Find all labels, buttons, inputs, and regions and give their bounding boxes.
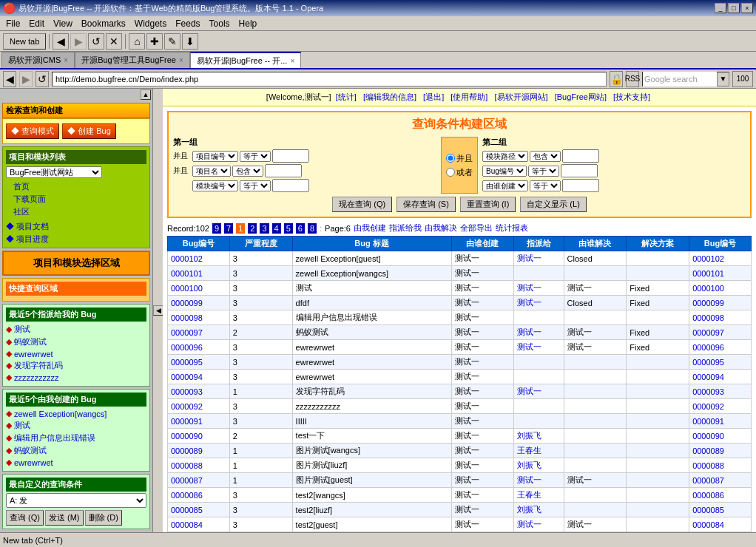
save-query-button[interactable]: 保存查询 (S): [396, 197, 456, 212]
bug-id-link[interactable]: 0000101: [171, 269, 203, 278]
assigned-link[interactable]: 王春生: [517, 490, 541, 499]
query-op-3a[interactable]: 等于: [240, 180, 271, 191]
bug-id-link[interactable]: 0000097: [171, 328, 203, 337]
assigned-link[interactable]: 刘振飞: [517, 431, 541, 440]
bugfree-site-link[interactable]: [BugFree网站]: [555, 92, 607, 101]
bug-id-link[interactable]: 0000095: [171, 358, 203, 367]
export-all-link[interactable]: 全部导出: [460, 222, 493, 234]
help-link[interactable]: [使用帮助]: [450, 92, 487, 101]
query-field-1b[interactable]: 模块路径: [482, 151, 528, 162]
query-op-2a[interactable]: 包含: [232, 166, 263, 177]
addr-forward-button[interactable]: ▶: [19, 71, 33, 87]
stats-report-link[interactable]: 统计报表: [496, 222, 528, 234]
project-link-community[interactable]: 社区: [6, 205, 146, 218]
query-val-2a[interactable]: [265, 164, 302, 177]
tab-bugfree-active[interactable]: 易软开源|BugFree -- 开... ×: [190, 52, 302, 68]
custom-display-button[interactable]: 自定义显示 (L): [520, 197, 587, 212]
close-button[interactable]: ×: [741, 3, 753, 13]
query-val-3b[interactable]: [562, 179, 599, 192]
yiruan-site-link[interactable]: [易软开源网站]: [494, 92, 547, 101]
bug-id-link[interactable]: 0000087: [171, 476, 203, 485]
recent-assigned-2[interactable]: ◆蚂蚁测试: [6, 336, 146, 348]
bug-id-link[interactable]: 0000084: [171, 520, 203, 529]
assigned-link[interactable]: 测试一: [517, 520, 541, 529]
query-op-1b[interactable]: 包含: [530, 151, 561, 162]
query-field-3a[interactable]: 模块编号: [192, 180, 238, 191]
project-dropdown[interactable]: BugFree测试网站: [6, 166, 102, 178]
reset-query-button[interactable]: 重置查询 (I): [460, 197, 516, 212]
query-op-1a[interactable]: 等于: [240, 151, 271, 162]
bug-id-link[interactable]: 0000091: [171, 417, 203, 426]
page-num-9[interactable]: 9: [212, 223, 221, 234]
page-num-7[interactable]: 7: [224, 223, 233, 234]
tab-cms-close[interactable]: ×: [64, 56, 68, 64]
recent-assigned-3[interactable]: ◆ewrewrwet: [6, 348, 146, 359]
stats-link[interactable]: [统计]: [336, 92, 357, 101]
query-field-1a[interactable]: 项目编号: [192, 151, 238, 162]
project-link-home[interactable]: 首页: [6, 180, 146, 193]
maximize-button[interactable]: □: [728, 3, 740, 13]
address-input[interactable]: http://demo.bugfree.cn/Demo/index.php: [52, 72, 607, 86]
project-docs-link[interactable]: ◆ 项目文档: [6, 221, 146, 232]
bug-id2-link[interactable]: 0000100: [692, 284, 724, 293]
bug-id-link[interactable]: 0000089: [171, 446, 203, 455]
search-input[interactable]: [643, 72, 717, 86]
project-progress-link[interactable]: ◆ 项目进度: [6, 234, 146, 245]
query-val-3a[interactable]: [272, 179, 309, 192]
menu-feeds[interactable]: Feeds: [171, 17, 204, 30]
bug-id-link[interactable]: 0000093: [171, 387, 203, 396]
bug-id2-link[interactable]: 0000099: [692, 299, 724, 308]
bug-id-link[interactable]: 0000090: [171, 432, 203, 441]
bug-id2-link[interactable]: 0000102: [692, 254, 724, 263]
new-tab-button[interactable]: New tab: [3, 33, 46, 50]
bug-id-link[interactable]: 0000092: [171, 402, 203, 411]
create-bug-button[interactable]: ◆ 创建 Bug: [62, 123, 116, 139]
query-val-1b[interactable]: [562, 149, 599, 163]
menu-help[interactable]: Help: [234, 17, 262, 30]
bug-id2-link[interactable]: 0000101: [692, 269, 724, 278]
bug-id2-link[interactable]: 0000088: [692, 461, 724, 470]
menu-view[interactable]: View: [49, 17, 77, 30]
assigned-link[interactable]: 测试一: [517, 342, 541, 351]
bug-id2-link[interactable]: 0000085: [692, 506, 724, 514]
bug-id-link[interactable]: 0000088: [171, 461, 203, 470]
recent-created-5[interactable]: ◆ewrewrwet: [6, 457, 146, 468]
page-num-3[interactable]: 3: [260, 223, 269, 234]
query-val-2b[interactable]: [561, 164, 598, 177]
tab-bugfree-active-close[interactable]: ×: [290, 57, 294, 65]
edit-info-link[interactable]: [编辑我的信息]: [363, 92, 416, 101]
custom-delete-button[interactable]: 删除 (D): [85, 510, 122, 526]
resolved-by-me-link[interactable]: 由我解决: [425, 222, 457, 234]
assigned-link[interactable]: 测试一: [517, 283, 541, 292]
back-button[interactable]: ◀: [53, 33, 69, 50]
recent-assigned-4[interactable]: ◆发现字符乱码: [6, 359, 146, 372]
page-num-1-current[interactable]: 1: [236, 223, 245, 234]
page-num-2[interactable]: 2: [248, 223, 257, 234]
bug-id-link[interactable]: 0000085: [171, 506, 203, 514]
query-field-2a[interactable]: 项目名: [192, 166, 231, 177]
page-num-6[interactable]: 6: [296, 223, 305, 234]
bug-id2-link[interactable]: 0000089: [692, 446, 724, 455]
my-created-link[interactable]: 由我创建: [354, 222, 386, 234]
forward-button[interactable]: ▶: [70, 33, 87, 50]
query-and-label[interactable]: 并且: [446, 153, 473, 164]
custom-send-button[interactable]: 发送 (M): [45, 510, 84, 526]
query-op-3b[interactable]: 等于: [530, 180, 561, 191]
custom-query-select[interactable]: A: 发: [6, 493, 146, 508]
tech-support-link[interactable]: [技术支持]: [613, 92, 650, 101]
assigned-link[interactable]: 王春生: [517, 446, 541, 455]
home-button[interactable]: ⌂: [129, 33, 145, 50]
minimize-button[interactable]: _: [715, 3, 726, 13]
menu-tools[interactable]: Tools: [205, 17, 234, 30]
bug-id-link[interactable]: 0000094: [171, 373, 203, 381]
menu-edit[interactable]: Edit: [24, 17, 49, 30]
page-num-8[interactable]: 8: [308, 223, 317, 234]
bug-id2-link[interactable]: 0000095: [692, 358, 724, 367]
bug-id2-link[interactable]: 0000087: [692, 476, 724, 485]
edit-button[interactable]: ✎: [164, 33, 180, 50]
bug-id2-link[interactable]: 0000094: [692, 373, 724, 381]
recent-assigned-1[interactable]: ◆测试: [6, 323, 146, 336]
bug-id2-link[interactable]: 0000096: [692, 343, 724, 352]
assigned-link[interactable]: 刘振飞: [517, 505, 541, 514]
zoom-button[interactable]: 100: [732, 71, 753, 87]
